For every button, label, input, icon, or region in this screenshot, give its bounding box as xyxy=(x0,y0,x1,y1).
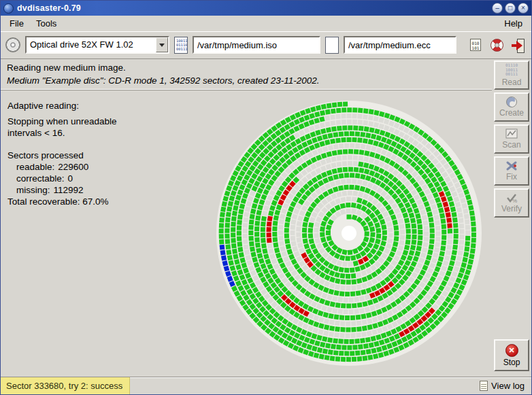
ecc-path-input[interactable] xyxy=(344,36,456,54)
drive-select-value: Optical drive 52X FW 1.02 xyxy=(27,37,156,52)
missing-value: 112992 xyxy=(54,185,84,195)
sectors-missing-row: missing:112992 xyxy=(7,184,117,196)
status-line-action: Reading new medium image. xyxy=(7,63,486,73)
drive-select-arrow[interactable] xyxy=(156,37,168,52)
scan-button[interactable]: Scan xyxy=(494,124,529,154)
adaptive-reading-info: Adaptive reading: Stopping when unreadab… xyxy=(7,100,117,207)
correctable-label: correctable: xyxy=(16,173,65,184)
sector-spiral xyxy=(207,92,491,375)
readable-label: readable: xyxy=(16,162,54,172)
sectors-processed-heading: Sectors processed xyxy=(7,150,117,161)
stop-button-label: Stop xyxy=(503,358,520,367)
status-line-medium: Medium "Example disc": CD-R mode 1, 3425… xyxy=(7,75,486,86)
fix-tools-icon xyxy=(505,160,518,171)
stop-rule-line1: Stopping when unreadable xyxy=(7,116,117,127)
help-button[interactable] xyxy=(489,37,504,53)
iso-icon-line: 01110 xyxy=(176,43,186,47)
create-button[interactable]: Create xyxy=(494,92,529,122)
preferences-button[interactable]: 010 101 xyxy=(468,37,483,53)
toolbar-right-buttons: 010 101 xyxy=(468,37,527,53)
status-panel: Reading new medium image. Medium "Exampl… xyxy=(1,59,492,90)
menu-tools[interactable]: Tools xyxy=(30,17,63,30)
content-area: Reading new medium image. Medium "Exampl… xyxy=(1,59,531,377)
menu-bar: File Tools Help xyxy=(1,16,531,31)
action-sidebar: 01110 10011 00111 Read Create Scan xyxy=(492,59,531,377)
view-log-label: View log xyxy=(491,381,525,391)
toolbar: Optical drive 52X FW 1.02 10011 01110 00… xyxy=(1,31,531,59)
app-window: dvdisaster-0.79 – □ × File Tools Help Op… xyxy=(0,0,532,395)
spacer xyxy=(7,139,117,150)
exit-door-icon xyxy=(511,39,525,52)
yin-yang-icon xyxy=(506,97,517,107)
window-controls: – □ × xyxy=(492,3,529,14)
title-bar[interactable]: dvdisaster-0.79 – □ × xyxy=(1,1,531,16)
correctable-value: 0 xyxy=(68,173,73,184)
menu-file[interactable]: File xyxy=(3,17,30,30)
total-recoverable-value: 67.0% xyxy=(82,196,108,207)
readable-value: 229600 xyxy=(58,162,88,172)
left-column: Reading new medium image. Medium "Exampl… xyxy=(1,59,492,377)
drive-select[interactable]: Optical drive 52X FW 1.02 xyxy=(25,36,169,54)
read-icon-line: 00111 xyxy=(505,72,518,77)
read-button-label: Read xyxy=(502,78,522,87)
status-bar: Sector 333680, try 2: success View log xyxy=(1,377,531,394)
maximize-button[interactable]: □ xyxy=(505,3,516,14)
view-log-button[interactable]: View log xyxy=(473,377,531,394)
prefs-icon-line: 010 xyxy=(471,41,480,46)
total-recoverable-row: Total recoverable: 67.0% xyxy=(7,196,117,207)
sectors-correctable-row: correctable:0 xyxy=(7,173,117,184)
iso-icon-line: 00111 xyxy=(176,47,186,51)
scan-button-label: Scan xyxy=(502,140,520,150)
stop-rule-line2: intervals < 16. xyxy=(7,127,117,139)
spacer xyxy=(130,377,473,394)
life-ring-icon xyxy=(491,39,503,52)
optical-drive-icon xyxy=(5,37,20,52)
svg-text:%: % xyxy=(512,198,517,203)
stop-icon: ✕ xyxy=(505,344,518,357)
menu-help[interactable]: Help xyxy=(498,17,529,30)
sectors-readable-row: readable:229600 xyxy=(7,161,117,173)
quit-button[interactable] xyxy=(510,37,525,53)
fix-button[interactable]: Fix xyxy=(494,156,529,186)
iso-icon-line: 10011 xyxy=(176,39,186,43)
fix-button-label: Fix xyxy=(506,172,517,182)
create-button-label: Create xyxy=(499,108,524,118)
iso-image-icon: 10011 01110 00111 xyxy=(174,37,188,54)
scan-chart-icon xyxy=(505,128,518,139)
status-message: Sector 333680, try 2: success xyxy=(1,377,130,394)
close-button[interactable]: × xyxy=(518,3,529,14)
adaptive-reading-heading: Adaptive reading: xyxy=(7,100,117,111)
chevron-down-icon xyxy=(159,44,165,50)
verify-check-icon: % xyxy=(505,192,518,203)
binary-prefs-icon: 010 101 xyxy=(470,39,481,51)
verify-button-label: Verify xyxy=(501,204,522,213)
stop-button[interactable]: ✕ Stop xyxy=(494,339,529,371)
total-recoverable-label: Total recoverable: xyxy=(7,196,80,207)
ecc-file-icon xyxy=(325,37,339,54)
iso-path-input[interactable] xyxy=(193,36,320,54)
minimize-button[interactable]: – xyxy=(492,3,503,14)
prefs-icon-line: 101 xyxy=(471,46,480,50)
reading-area: Adaptive reading: Stopping when unreadab… xyxy=(1,90,492,377)
log-icon xyxy=(480,381,488,391)
binary-read-icon: 01110 10011 00111 xyxy=(505,63,518,77)
missing-label: missing: xyxy=(16,185,50,195)
read-button[interactable]: 01110 10011 00111 Read xyxy=(494,61,529,90)
window-title: dvdisaster-0.79 xyxy=(17,3,81,13)
app-icon xyxy=(3,3,14,14)
verify-button[interactable]: % Verify xyxy=(494,188,529,218)
